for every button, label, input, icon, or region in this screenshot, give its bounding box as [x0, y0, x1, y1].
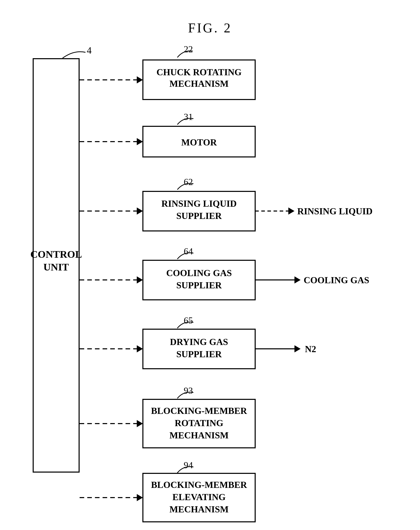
ref-64: 64	[184, 246, 193, 256]
drying-label1: DRYING GAS	[170, 337, 228, 347]
cooling-output-label: COOLING GAS	[304, 275, 369, 285]
arrow-cooling	[137, 276, 143, 284]
drying-output-label: N2	[305, 344, 316, 354]
chuck-rotating-label1: CHUCK ROTATING	[156, 67, 242, 77]
arrow-rinsing-out	[288, 207, 294, 215]
svg-rect-8	[143, 260, 255, 300]
ref-62: 62	[184, 177, 193, 187]
ref-22: 22	[184, 44, 193, 54]
blocking-elev-label3: MECHANISM	[169, 504, 229, 514]
arrow-chuck	[137, 76, 143, 83]
cooling-label1: COOLING GAS	[166, 268, 232, 278]
blocking-rot-label2: ROTATING	[175, 418, 224, 428]
rinsing-label2: SUPPLIER	[176, 211, 222, 221]
ref-31: 31	[184, 112, 193, 122]
arrow-drying	[137, 345, 143, 352]
svg-rect-11	[143, 329, 255, 369]
diagram-svg: 4 CONTROL UNIT 22 CHUCK ROTATING MECHANI…	[0, 0, 420, 530]
rinsing-output-label: RINSING LIQUID	[297, 206, 373, 216]
cooling-label2: SUPPLIER	[176, 280, 222, 290]
arrow-cooling-out	[294, 276, 301, 284]
svg-rect-16	[143, 473, 255, 522]
figure-title: FIG. 2	[188, 20, 232, 35]
svg-rect-1	[143, 60, 255, 100]
motor-label: MOTOR	[181, 137, 217, 147]
svg-rect-5	[143, 191, 255, 231]
arrow-blocking-elev	[137, 494, 143, 501]
drying-label2: SUPPLIER	[176, 349, 222, 359]
control-unit-label2: UNIT	[43, 261, 69, 273]
ref-65: 65	[184, 315, 193, 326]
svg-rect-14	[143, 399, 255, 448]
ref-94: 94	[184, 460, 193, 470]
blocking-rot-label3: MECHANISM	[169, 430, 229, 440]
arrow-blocking-rot	[137, 420, 143, 427]
blocking-elev-label1: BLOCKING-MEMBER	[151, 480, 247, 490]
ref-93: 93	[184, 386, 193, 396]
arrow-drying-out	[294, 345, 301, 352]
blocking-rot-label1: BLOCKING-MEMBER	[151, 406, 247, 416]
svg-rect-3	[143, 126, 255, 157]
ref-4-label: 4	[87, 45, 92, 56]
page: FIG. 2 4 CONTROL UNIT 22 CHUCK ROTATING …	[0, 0, 420, 530]
rinsing-label1: RINSING LIQUID	[161, 199, 237, 209]
chuck-rotating-label2: MECHANISM	[169, 79, 229, 89]
arrow-rinsing	[137, 207, 143, 215]
blocking-elev-label2: ELEVATING	[172, 492, 226, 502]
arrow-motor	[137, 138, 143, 145]
svg-rect-0	[33, 59, 79, 472]
control-unit-label: CONTROL	[30, 249, 82, 260]
